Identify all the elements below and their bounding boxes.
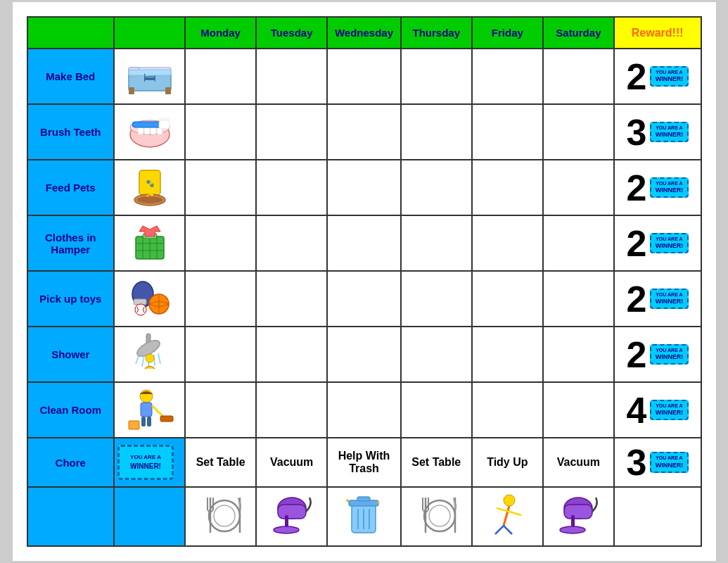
- reward-clean-room: 4 YOU ARE A WINNER!: [614, 382, 701, 438]
- friday-pick-up-toys: [472, 271, 543, 327]
- header-monday: Monday: [185, 17, 256, 49]
- chore-ticket-big: YOU ARE A WINNER!: [117, 445, 174, 480]
- icon-clean-room: [114, 382, 185, 438]
- chore-ticket-cell: YOU ARE A WINNER!: [114, 438, 185, 487]
- tuesday-clean-room: [256, 382, 327, 438]
- last-reward-empty: [614, 487, 701, 546]
- icon-clothes-hamper: [114, 215, 185, 271]
- label-clean-room: Clean Room: [27, 382, 115, 438]
- ticket-shower: YOU ARE A WINNER!: [650, 344, 689, 365]
- tuesday-clothes-hamper: [256, 215, 327, 271]
- reward-number-chore: 3: [627, 441, 647, 483]
- svg-point-82: [560, 526, 585, 533]
- last-tuesday-icon: [256, 487, 327, 546]
- ticket-chore: YOU ARE A WINNER!: [650, 452, 689, 472]
- svg-point-63: [274, 526, 299, 533]
- reward-pick-up-toys: 2 YOU ARE A WINNER!: [614, 271, 701, 327]
- svg-point-38: [135, 304, 146, 315]
- svg-rect-48: [141, 403, 152, 417]
- last-label: [27, 487, 115, 546]
- svg-rect-50: [160, 416, 173, 422]
- last-friday-icon: [472, 487, 543, 546]
- chore-friday: Tidy Up: [472, 438, 543, 487]
- svg-text:✦: ✦: [345, 497, 350, 505]
- reward-number-clean-room: 4: [627, 389, 647, 431]
- reward-clothes-hamper: 2 YOU ARE A WINNER!: [614, 215, 701, 271]
- label-brush-teeth: Brush Teeth: [27, 104, 115, 160]
- friday-feed-pets: [472, 160, 543, 215]
- row-chore: Chore YOU ARE A WINNER! Set Table Vacuum…: [27, 438, 701, 487]
- friday-clean-room: [472, 382, 543, 438]
- svg-rect-52: [147, 417, 151, 426]
- chore-monday: Set Table: [185, 438, 256, 487]
- thursday-shower: [401, 327, 472, 382]
- tuesday-feed-pets: [256, 160, 327, 215]
- last-thursday-icon: [401, 487, 472, 546]
- monday-feed-pets: [185, 160, 256, 215]
- wednesday-clothes-hamper: [327, 215, 401, 271]
- thursday-clean-room: [401, 382, 472, 438]
- chore-tuesday: Vacuum: [256, 438, 327, 487]
- header-icon-label: [114, 17, 185, 49]
- svg-line-44: [154, 355, 155, 366]
- svg-rect-11: [151, 127, 156, 134]
- header-chore-label: [27, 17, 115, 49]
- svg-rect-3: [129, 87, 134, 94]
- thursday-brush-teeth: [401, 104, 472, 160]
- svg-point-76: [429, 505, 450, 526]
- saturday-shower: [543, 327, 614, 382]
- ticket-clothes-hamper: YOU ARE A WINNER!: [650, 233, 689, 253]
- ticket-feed-pets: YOU ARE A WINNER!: [650, 177, 689, 198]
- reward-feed-pets: 2 YOU ARE A WINNER!: [614, 160, 701, 215]
- chore-chart-table: Monday Tuesday Wednesday Thursday Friday…: [27, 16, 702, 547]
- svg-point-25: [146, 194, 149, 197]
- label-clothes-hamper: Clothes in Hamper: [27, 215, 115, 271]
- monday-make-bed: [185, 49, 256, 104]
- reward-number-feed-pets: 2: [627, 167, 647, 209]
- row-brush-teeth: Brush Teeth: [27, 104, 701, 160]
- reward-make-bed: 2 YOU ARE A WINNER!: [614, 49, 701, 104]
- chore-chart-page: Monday Tuesday Wednesday Thursday Friday…: [13, 2, 716, 561]
- label-make-bed: Make Bed: [27, 49, 115, 104]
- svg-line-45: [158, 353, 160, 364]
- svg-point-23: [137, 196, 162, 203]
- friday-brush-teeth: [472, 104, 543, 160]
- label-shower: Shower: [27, 327, 115, 382]
- friday-clothes-hamper: [472, 215, 543, 271]
- tuesday-brush-teeth: [256, 104, 327, 160]
- monday-shower: [185, 327, 256, 382]
- svg-rect-9: [138, 127, 143, 134]
- friday-make-bed: [472, 49, 543, 104]
- saturday-clothes-hamper: [543, 215, 614, 271]
- wednesday-pick-up-toys: [327, 271, 401, 327]
- saturday-make-bed: [543, 49, 614, 104]
- svg-rect-66: [357, 497, 370, 501]
- svg-line-49: [152, 405, 164, 417]
- reward-number-brush-teeth: 3: [627, 111, 647, 153]
- row-make-bed: Make Bed 🛏: [27, 49, 701, 104]
- ticket-make-bed: YOU ARE A WINNER!: [650, 66, 689, 87]
- row-pick-up-toys: Pick up toys: [27, 271, 701, 327]
- svg-point-26: [151, 194, 153, 196]
- ticket-clean-room: YOU ARE A WINNER!: [650, 400, 689, 420]
- svg-text:🛏: 🛏: [143, 70, 156, 84]
- tuesday-make-bed: [256, 49, 327, 104]
- row-clean-room: Clean Room: [27, 382, 701, 438]
- row-last-icons: ✦ ✦: [27, 487, 701, 546]
- label-chore: Chore: [27, 438, 115, 487]
- wednesday-clean-room: [327, 382, 401, 438]
- saturday-clean-room: [543, 382, 614, 438]
- thursday-pick-up-toys: [401, 271, 472, 327]
- svg-rect-14: [159, 120, 170, 129]
- monday-clean-room: [185, 382, 256, 438]
- icon-shower: [114, 327, 185, 382]
- svg-text:✦: ✦: [376, 500, 381, 506]
- row-feed-pets: Feed Pets 🐾: [27, 160, 701, 215]
- saturday-pick-up-toys: [543, 271, 614, 327]
- header-saturday: Saturday: [543, 17, 614, 49]
- thursday-feed-pets: [401, 160, 472, 215]
- row-clothes-hamper: Clothes in Hamper: [27, 215, 701, 271]
- svg-point-78: [504, 495, 515, 506]
- last-wednesday-icon: ✦ ✦: [327, 487, 401, 546]
- monday-clothes-hamper: [185, 215, 256, 271]
